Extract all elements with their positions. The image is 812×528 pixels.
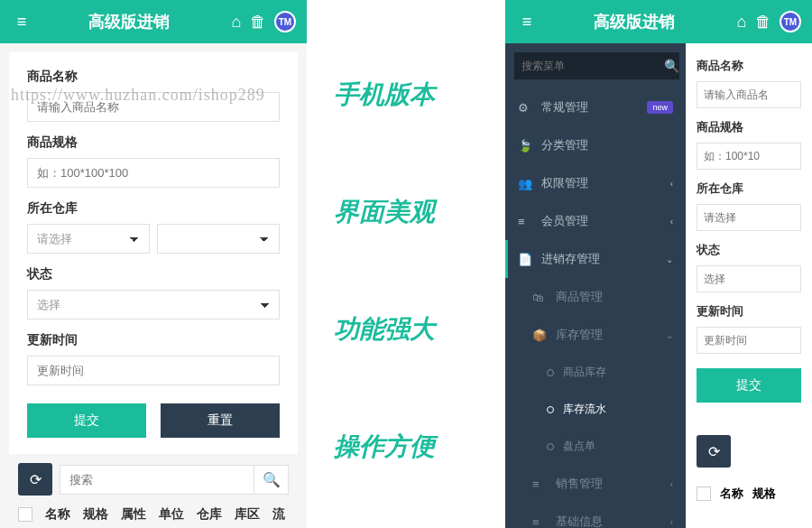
warehouse-select-2[interactable] [157, 224, 280, 254]
sidebar: 🔍 ⚙常规管理new 🍃分类管理 👥权限管理‹ ≡会员管理‹ 📄进销存管理⌄ 🛍… [505, 43, 686, 528]
left-phone-panel: ≡ 高级版进销 ⌂ 🗑 TM 商品名称 商品规格 所在仓库 请选择 [0, 0, 307, 528]
submit-button[interactable]: 提交 [27, 403, 146, 438]
warehouse-label: 所在仓库 [27, 200, 280, 217]
app-title: 高级版进销 [538, 11, 731, 32]
leaf-icon: 🍃 [518, 139, 532, 153]
menu-icon[interactable]: ≡ [516, 13, 538, 32]
watermark-text: https://www.huzhan.com/ishop289 [11, 86, 265, 105]
menu-inventory[interactable]: 📄进销存管理⌄ [505, 240, 686, 278]
submenu-sales[interactable]: ≡销售管理‹ [505, 465, 686, 503]
chevron-icon: ‹ [670, 479, 673, 489]
col-area: 库区 [235, 506, 260, 523]
doc-icon: 📄 [518, 253, 532, 266]
time-input[interactable] [27, 356, 280, 385]
list-icon: ≡ [532, 477, 547, 491]
logo-badge: TM [780, 11, 801, 32]
promo-column: 手机版本 界面美观 功能强大 操作方便 [334, 36, 487, 505]
submenu2-check[interactable]: 盘点单 [505, 428, 686, 465]
chevron-down-icon: ⌄ [666, 330, 673, 340]
col-flow: 流 [272, 506, 285, 523]
r-name-input[interactable] [697, 81, 801, 108]
circle-icon [547, 406, 554, 413]
spec-label: 商品规格 [27, 134, 280, 151]
box-icon: 📦 [532, 329, 547, 342]
right-phone-panel: ≡ 高级版进销 ⌂ 🗑 TM 🔍 ⚙常规管理new 🍃分类管理 👥权限管理‹ ≡… [505, 0, 812, 528]
promo-3: 功能强大 [334, 312, 487, 347]
submenu-basic[interactable]: ≡基础信息‹ [505, 503, 686, 528]
menu-general[interactable]: ⚙常规管理new [505, 88, 686, 126]
r-table-headers: 名称 规格 [686, 477, 812, 511]
right-content: 商品名称 商品规格 所在仓库 状态 更新时间 提交 ⟳ 名称 规格 [686, 43, 812, 528]
sidebar-search-button[interactable]: 🔍 [664, 52, 679, 79]
home-icon[interactable]: ⌂ [226, 13, 247, 32]
app-header: ≡ 高级版进销 ⌂ 🗑 TM [0, 0, 307, 43]
col-warehouse: 仓库 [197, 506, 222, 523]
r-warehouse-input[interactable] [697, 204, 801, 231]
users-icon: 👥 [518, 177, 532, 190]
chevron-icon: ‹ [670, 517, 673, 527]
r-col-spec: 规格 [752, 486, 776, 502]
reset-button[interactable]: 重置 [161, 403, 280, 438]
bag-icon: 🛍 [532, 291, 547, 304]
new-badge: new [647, 101, 673, 114]
menu-permission[interactable]: 👥权限管理‹ [505, 164, 686, 202]
name-label: 商品名称 [27, 69, 280, 85]
trash-icon[interactable]: 🗑 [752, 13, 774, 32]
r-refresh-button[interactable]: ⟳ [697, 435, 731, 468]
table-header-row: 名称 规格 属性 单位 仓库 库区 流 [0, 496, 307, 528]
col-attr: 属性 [121, 506, 146, 523]
app-title: 高级版进销 [32, 11, 226, 32]
trash-icon[interactable]: 🗑 [247, 13, 269, 32]
r-spec-input[interactable] [697, 143, 801, 170]
circle-icon [547, 369, 554, 376]
circle-icon [547, 443, 554, 450]
r-time-input[interactable] [697, 327, 801, 354]
search-button[interactable]: 🔍 [254, 466, 288, 494]
status-select[interactable]: 选择 [27, 290, 280, 320]
time-label: 更新时间 [27, 332, 280, 348]
refresh-button[interactable]: ⟳ [18, 463, 52, 496]
app-header-right: ≡ 高级版进销 ⌂ 🗑 TM [505, 0, 812, 43]
promo-1: 手机版本 [334, 78, 487, 112]
col-unit: 单位 [159, 506, 184, 523]
logo-badge: TM [274, 11, 296, 32]
form-area: 商品名称 商品规格 所在仓库 请选择 状态 选择 更新时间 [9, 52, 298, 454]
menu-icon[interactable]: ≡ [11, 13, 32, 32]
list-icon: ≡ [532, 515, 547, 529]
r-status-input[interactable] [697, 265, 801, 292]
menu-member[interactable]: ≡会员管理‹ [505, 202, 686, 240]
r-select-all-checkbox[interactable] [697, 486, 711, 501]
r-submit-button[interactable]: 提交 [697, 368, 801, 403]
select-all-checkbox[interactable] [18, 507, 32, 522]
warehouse-select-1[interactable]: 请选择 [27, 224, 150, 254]
home-icon[interactable]: ⌂ [731, 13, 752, 32]
r-col-name: 名称 [720, 486, 743, 502]
submenu-product[interactable]: 🛍商品管理 [505, 278, 686, 316]
gear-icon: ⚙ [518, 101, 532, 115]
r-status-label: 状态 [697, 242, 801, 258]
col-name: 名称 [45, 506, 70, 523]
submenu2-stock-flow[interactable]: 库存流水 [505, 391, 686, 428]
status-label: 状态 [27, 266, 280, 283]
r-name-label: 商品名称 [697, 58, 801, 74]
col-spec: 规格 [83, 506, 108, 523]
search-input[interactable] [60, 466, 254, 494]
r-warehouse-label: 所在仓库 [697, 181, 801, 197]
submenu2-product-stock[interactable]: 商品库存 [505, 354, 686, 391]
promo-2: 界面美观 [334, 195, 487, 229]
chevron-icon: ‹ [670, 217, 673, 227]
spec-input[interactable] [27, 158, 280, 188]
r-spec-label: 商品规格 [697, 119, 801, 135]
menu-category[interactable]: 🍃分类管理 [505, 126, 686, 164]
promo-4: 操作方便 [334, 430, 487, 464]
r-time-label: 更新时间 [697, 303, 801, 320]
list-icon: ≡ [518, 215, 532, 228]
submenu-stock[interactable]: 📦库存管理⌄ [505, 316, 686, 354]
chevron-down-icon: ⌄ [666, 255, 673, 264]
chevron-icon: ‹ [670, 179, 673, 189]
sidebar-search-input[interactable] [514, 52, 664, 79]
